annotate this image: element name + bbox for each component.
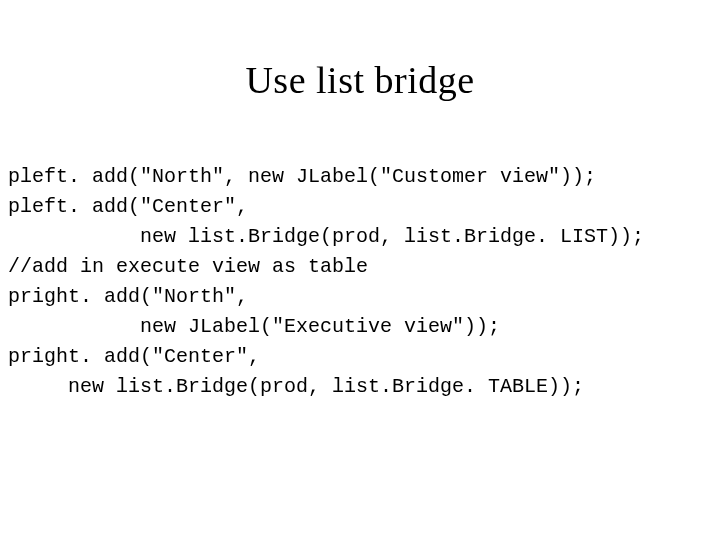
slide: Use list bridge pleft. add("North", new … — [0, 0, 720, 540]
code-line: new list.Bridge(prod, list.Bridge. LIST)… — [8, 225, 644, 248]
code-line: new list.Bridge(prod, list.Bridge. TABLE… — [8, 375, 584, 398]
code-line: new JLabel("Executive view")); — [8, 315, 500, 338]
code-line: //add in execute view as table — [8, 255, 368, 278]
slide-title: Use list bridge — [0, 0, 720, 132]
code-line: pright. add("North", — [8, 285, 248, 308]
code-line: pright. add("Center", — [8, 345, 260, 368]
code-block: pleft. add("North", new JLabel("Customer… — [0, 132, 720, 402]
code-line: pleft. add("Center", — [8, 195, 248, 218]
code-line: pleft. add("North", new JLabel("Customer… — [8, 165, 596, 188]
